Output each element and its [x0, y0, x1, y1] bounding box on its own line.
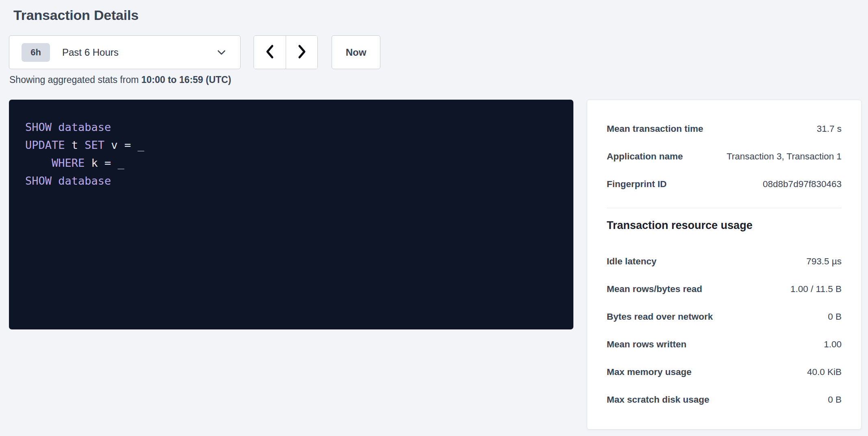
summary-usage-rows: Idle latency793.5 µsMean rows/bytes read… [607, 248, 842, 414]
resource-usage-heading: Transaction resource usage [607, 218, 842, 233]
time-nav-group [254, 35, 318, 69]
sql-keyword: database [58, 174, 111, 187]
stat-row: Idle latency793.5 µs [607, 248, 842, 275]
now-button[interactable]: Now [332, 35, 380, 69]
stat-value: 0 B [828, 395, 842, 405]
stat-row: Bytes read over network0 B [607, 303, 842, 331]
sql-keyword: UPDATE [25, 139, 65, 151]
stat-label: Mean rows/bytes read [607, 284, 702, 294]
time-range-selected-label: Past 6 Hours [62, 47, 217, 58]
sql-text [25, 157, 52, 169]
stat-row: Mean rows/bytes read1.00 / 11.5 B [607, 275, 842, 303]
stat-row: Mean rows written1.00 [607, 331, 842, 358]
stat-label: Bytes read over network [607, 312, 713, 322]
time-controls: 6h Past 6 Hours Now [9, 35, 380, 69]
sql-text: t [65, 139, 85, 151]
sql-line: SHOW database [25, 172, 557, 190]
stat-row: Max scratch disk usage0 B [607, 386, 842, 414]
sql-line: SHOW database [25, 118, 557, 136]
stat-value: 40.0 KiB [807, 367, 842, 377]
stat-label: Mean transaction time [607, 124, 703, 134]
sql-keyword: SHOW [25, 121, 52, 133]
chevron-right-icon [297, 44, 307, 60]
sql-keyword: SHOW [25, 174, 52, 187]
stat-row: Fingerprint ID08d8b7d97f830463 [607, 170, 842, 198]
sql-text [52, 121, 58, 133]
stat-value: 0 B [828, 312, 842, 322]
stat-value: 1.00 [824, 339, 842, 350]
stat-label: Fingerprint ID [607, 179, 667, 190]
transaction-summary-card: Mean transaction time31.7 sApplication n… [587, 100, 861, 429]
chevron-down-icon [217, 49, 226, 56]
stat-value: 31.7 s [817, 124, 842, 134]
sql-line: WHERE k = _ [25, 154, 557, 172]
page-title: Transaction Details [13, 7, 139, 23]
stat-row: Max memory usage40.0 KiB [607, 358, 842, 386]
stat-label: Idle latency [607, 256, 657, 267]
time-range-badge: 6h [22, 43, 50, 62]
stat-row: Application nameTransaction 3, Transacti… [607, 143, 842, 170]
sql-keyword: database [58, 121, 111, 133]
stat-label: Max scratch disk usage [607, 395, 710, 405]
chevron-left-icon [265, 44, 275, 60]
stat-label: Application name [607, 151, 683, 162]
sql-line: UPDATE t SET v = _ [25, 136, 557, 154]
stat-row: Mean transaction time31.7 s [607, 115, 842, 143]
stat-value: 1.00 / 11.5 B [790, 284, 842, 294]
time-range-dropdown[interactable]: 6h Past 6 Hours [9, 35, 241, 69]
sql-code: SHOW databaseUPDATE t SET v = _ WHERE k … [25, 118, 557, 190]
summary-divider [607, 208, 842, 208]
sql-keyword: SET [85, 139, 104, 151]
aggregated-stats-caption: Showing aggregated stats from 10:00 to 1… [9, 74, 231, 85]
sql-text [52, 174, 58, 187]
caption-prefix: Showing aggregated stats from [9, 74, 141, 85]
sql-text: k = _ [85, 157, 124, 169]
previous-interval-button[interactable] [254, 36, 286, 69]
sql-text: v = _ [104, 139, 144, 151]
stat-label: Mean rows written [607, 339, 686, 350]
summary-top-rows: Mean transaction time31.7 sApplication n… [607, 115, 842, 198]
sql-keyword: WHERE [52, 157, 85, 169]
sql-statements-box: SHOW databaseUPDATE t SET v = _ WHERE k … [9, 100, 573, 329]
stat-value: 08d8b7d97f830463 [763, 179, 842, 190]
stat-value: 793.5 µs [806, 256, 842, 267]
next-interval-button[interactable] [286, 36, 317, 69]
stat-label: Max memory usage [607, 367, 692, 377]
stat-value: Transaction 3, Transaction 1 [727, 151, 842, 162]
caption-time-range: 10:00 to 16:59 (UTC) [141, 74, 231, 85]
